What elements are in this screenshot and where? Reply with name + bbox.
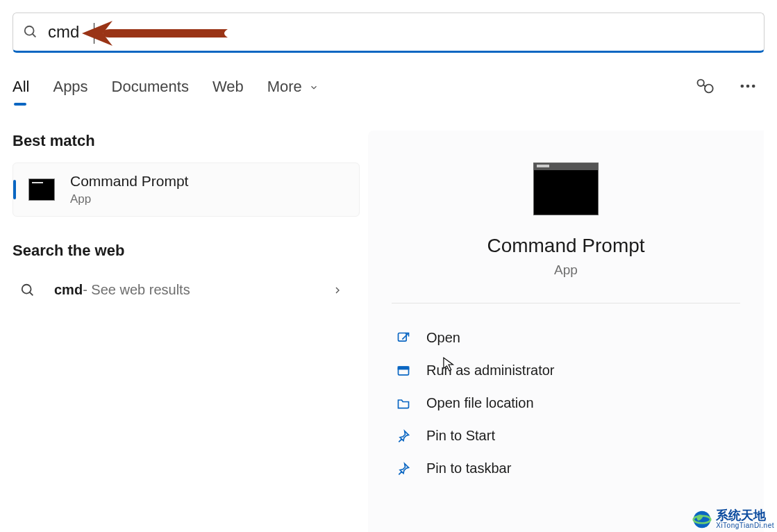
svg-line-1 [33, 34, 36, 38]
svg-point-13 [694, 510, 711, 528]
svg-line-4 [703, 85, 706, 88]
chevron-right-icon [332, 285, 343, 296]
tab-active-indicator [14, 103, 26, 106]
web-result-item[interactable]: cmd - See web results [12, 272, 360, 308]
bubble-share-icon[interactable] [695, 76, 715, 96]
open-icon [396, 331, 411, 346]
detail-subtitle: App [392, 263, 740, 278]
web-result-tail: - See web results [83, 282, 190, 298]
filter-tabs: All Apps Documents Web More [12, 78, 319, 103]
search-input[interactable] [48, 22, 638, 42]
search-web-heading: Search the web [12, 242, 360, 260]
action-run-admin[interactable]: Run as administrator [392, 354, 740, 387]
folder-icon [396, 396, 411, 411]
action-pin-taskbar-label: Pin to taskbar [426, 460, 511, 476]
action-open[interactable]: Open [392, 322, 740, 354]
search-icon [23, 24, 38, 40]
tab-more[interactable]: More [267, 78, 319, 103]
svg-point-0 [25, 26, 34, 35]
pin-icon [396, 461, 411, 476]
tab-more-label: More [267, 78, 302, 95]
best-match-heading: Best match [12, 132, 360, 150]
action-open-label: Open [426, 330, 460, 346]
best-match-title: Command Prompt [70, 173, 188, 190]
svg-point-7 [752, 85, 755, 88]
divider [392, 303, 740, 304]
action-pin-start[interactable]: Pin to Start [392, 419, 740, 452]
detail-panel: Command Prompt App Open Run as administr… [368, 131, 764, 532]
globe-icon [692, 510, 712, 529]
header-right-controls [695, 76, 758, 96]
watermark: 系统天地 XiTongTianDi.net [692, 509, 774, 529]
action-open-location[interactable]: Open file location [392, 387, 740, 419]
detail-title: Command Prompt [392, 235, 740, 257]
action-pin-taskbar[interactable]: Pin to taskbar [392, 452, 740, 485]
web-result-term: cmd [54, 282, 83, 298]
svg-rect-12 [399, 367, 409, 369]
cmd-icon [28, 178, 55, 201]
svg-line-9 [30, 292, 33, 295]
svg-point-8 [22, 284, 31, 293]
search-box[interactable] [12, 13, 765, 53]
action-pin-start-label: Pin to Start [426, 428, 495, 444]
action-open-location-label: Open file location [426, 395, 534, 411]
tab-documents[interactable]: Documents [112, 78, 189, 103]
best-match-subtitle: App [70, 192, 188, 206]
svg-point-3 [705, 85, 713, 93]
svg-point-5 [741, 85, 744, 88]
text-caret [94, 23, 94, 44]
search-icon [19, 283, 36, 298]
pin-icon [396, 429, 411, 444]
action-run-admin-label: Run as administrator [426, 363, 555, 379]
best-match-item[interactable]: Command Prompt App [12, 163, 360, 217]
results-panel: Best match Command Prompt App Search the… [12, 132, 360, 308]
watermark-text-cn: 系统天地 [716, 509, 774, 522]
watermark-text-en: XiTongTianDi.net [716, 522, 774, 529]
chevron-down-icon [309, 83, 319, 92]
tab-web[interactable]: Web [212, 78, 244, 103]
tab-apps[interactable]: Apps [53, 78, 87, 103]
tab-all[interactable]: All [12, 78, 29, 103]
ellipsis-icon[interactable] [738, 76, 758, 96]
app-preview-icon [533, 163, 599, 215]
svg-point-6 [746, 85, 750, 88]
shield-icon [396, 363, 411, 379]
